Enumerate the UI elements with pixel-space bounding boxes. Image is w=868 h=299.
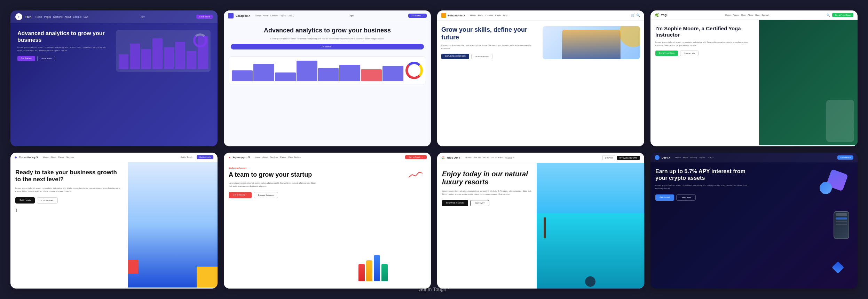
tech-bar-4 [152, 38, 163, 69]
agency-hero: Marketing Agency A team to grow your sta… [224, 162, 431, 288]
saas-donut [405, 62, 423, 79]
defi-shape-square [832, 261, 844, 274]
yogi-nav-cta[interactable]: Get a Free Class [832, 13, 853, 17]
consult-red-block [128, 260, 138, 274]
consult-btn-secondary[interactable]: Our services [37, 197, 58, 204]
resort-nav-cta[interactable]: BROWSE ROOMS [617, 156, 640, 160]
yogi-navbar: 🌿 Yogi Home Pages Shop About Blog Contac… [650, 10, 858, 20]
consult-hero-image [128, 162, 218, 288]
saas-bar-1 [232, 70, 253, 81]
consult-navbar: ◆ Consultancy X Home About Pages Service… [10, 153, 218, 162]
defi-btn-secondary[interactable]: Learn more [676, 194, 696, 201]
consult-logo-icon: ◆ [15, 156, 17, 159]
agency-figure-1 [358, 264, 365, 281]
saas-nav-links: Home About Contact Pages Cart(1) [255, 15, 294, 17]
tech-navbar: T Tech Home Pages Sections About Contact… [10, 10, 218, 23]
defi-btn-primary[interactable]: Get started [655, 194, 674, 201]
edu-desc: Presenting Academy, the best school of t… [441, 44, 539, 50]
defi-phone-screen-2 [836, 217, 847, 220]
saas-hero: Advanced analytics to grow your business… [224, 21, 431, 53]
edu-hero-text: Grow your skills, define your future Pre… [441, 26, 539, 59]
consult-btn-primary[interactable]: Get in touch [15, 197, 35, 204]
defi-phone-mockup [834, 211, 849, 239]
agency-btn-secondary[interactable]: Browse Services [254, 192, 278, 198]
tech-bar-1 [119, 54, 129, 69]
yogi-btn-primary[interactable]: Get a Free Class [655, 51, 678, 56]
consult-nav-cta[interactable]: Get In Touch [178, 155, 195, 159]
defi-brand: DeFi X [662, 156, 670, 159]
saas-mini-chart [232, 60, 403, 81]
edu-brand-name: Educatonic X [448, 14, 465, 17]
edu-btn-secondary[interactable]: LEARN MORE [471, 54, 493, 59]
yogi-search-icon[interactable]: 🔍 [827, 14, 830, 17]
consult-scroll-arrow: ↓ [15, 207, 123, 213]
tech-title: Advanced analytics to grow your business [17, 30, 112, 43]
edu-cart-icon[interactable]: 🛒 [631, 14, 635, 17]
saas-dashboard [229, 56, 426, 84]
defi-hero-visual [756, 168, 853, 282]
yogi-desc: Lorem ipsum dolor sit amet, consectetur … [655, 41, 754, 47]
tech-nav-cta[interactable]: Get Started [196, 15, 213, 19]
agency-brand: Agencypro X [233, 156, 250, 159]
yogi-hero-btns: Get a Free Class Contact Me [655, 51, 754, 56]
agency-figure-4 [381, 264, 388, 281]
tech-nav-links: Home Pages Sections About Contact Cart [35, 16, 88, 18]
card-consult[interactable]: ◆ Consultancy X Home About Pages Service… [10, 153, 218, 289]
tech-bar-2 [130, 44, 140, 69]
tech-bar-5 [164, 47, 174, 69]
resort-navbar: 🏖️ RESORT HOME ABOUT BLOG LOCATIONS PAGE… [437, 153, 644, 163]
tech-bar-6 [175, 42, 185, 69]
defi-shape-circle [820, 182, 832, 194]
defi-nav-links: Home About Pricing Pages Cart(1) [675, 156, 713, 159]
saas-btn-primary[interactable]: Get started → [231, 44, 424, 49]
saas-bar-6 [339, 65, 360, 81]
consult-hero-text: Ready to take your business growth to th… [10, 162, 128, 288]
saas-bar-5 [318, 68, 339, 81]
resort-btn-primary[interactable]: BROWSE ROOMS [442, 200, 468, 206]
resort-desc: Lorem ipsum dolor sit amet, consectetur … [442, 190, 532, 196]
card-saas[interactable]: Saasplex X Home About Contact Pages Cart… [224, 10, 431, 146]
defi-phone-screen-3 [836, 221, 847, 222]
defi-hero: Earn up to 5.7% APY interest from your c… [650, 162, 858, 288]
defi-crypto-shapes [756, 168, 853, 282]
card-yogi[interactable]: 🌿 Yogi Home Pages Shop About Blog Contac… [650, 10, 858, 146]
consult-nav-getintouch[interactable]: Get in touch [197, 155, 213, 159]
resort-btn-secondary[interactable]: CONTACT [470, 200, 489, 206]
card-edu[interactable]: Educatonic X Home About Courses Pages Bl… [437, 10, 644, 146]
consult-nav-btns: Get In Touch Get in touch [178, 155, 213, 159]
tech-hero-visual [116, 30, 211, 72]
agency-nav-cta[interactable]: Get In Touch → [405, 155, 427, 159]
card-tech[interactable]: T Tech Home Pages Sections About Contact… [10, 10, 218, 146]
resort-hero-text: Enjoy today in our natural luxury resort… [437, 163, 537, 289]
resort-sky [537, 163, 644, 213]
resort-cart[interactable]: ⊕ CART [602, 155, 615, 160]
edu-yellow-circle [619, 26, 640, 47]
agency-hero-btns: Get In Touch → Browse Services [229, 192, 317, 198]
edu-title: Grow your skills, define your future [441, 26, 539, 41]
agency-nav-links: Home About Services Pages Case Studies [255, 156, 300, 158]
resort-nav-links: HOME ABOUT BLOG LOCATIONS PAGES ▾ [465, 156, 514, 159]
edu-search-icon[interactable]: 🔍 [636, 14, 640, 17]
edu-btn-primary[interactable]: EXPLORE COURSES [441, 54, 469, 59]
agency-hero-image [320, 167, 426, 285]
bottom-text: Got In Tough * [418, 286, 449, 292]
tech-login[interactable]: Login [140, 16, 145, 18]
resort-brand: RESORT [447, 156, 460, 159]
agency-btn-primary[interactable]: Get In Touch → [229, 192, 252, 198]
agency-figure-3 [374, 255, 380, 281]
card-resort[interactable]: 🏖️ RESORT HOME ABOUT BLOG LOCATIONS PAGE… [437, 153, 644, 289]
card-defi[interactable]: DeFi X Home About Pricing Pages Cart(1) … [650, 153, 858, 289]
defi-navbar: DeFi X Home About Pricing Pages Cart(1) … [650, 153, 858, 162]
agency-navbar: ▲ Agencypro X Home About Services Pages … [224, 153, 431, 162]
tech-btn-primary[interactable]: Get Started [17, 56, 35, 61]
agency-title: A team to grow your startup [229, 171, 317, 179]
card-agency[interactable]: ▲ Agencypro X Home About Services Pages … [224, 153, 431, 289]
defi-nav-cta[interactable]: Get started [837, 155, 853, 160]
yogi-brand: Yogi [661, 13, 668, 17]
yogi-btn-secondary[interactable]: Contact Me [680, 51, 699, 56]
saas-bar-3 [275, 72, 296, 81]
saas-brand: Saasplex X [236, 14, 250, 17]
saas-nav-cta[interactable]: Get started → [408, 14, 427, 18]
saas-login[interactable]: Login [349, 15, 354, 17]
tech-btn-secondary[interactable]: Learn More [37, 56, 56, 61]
